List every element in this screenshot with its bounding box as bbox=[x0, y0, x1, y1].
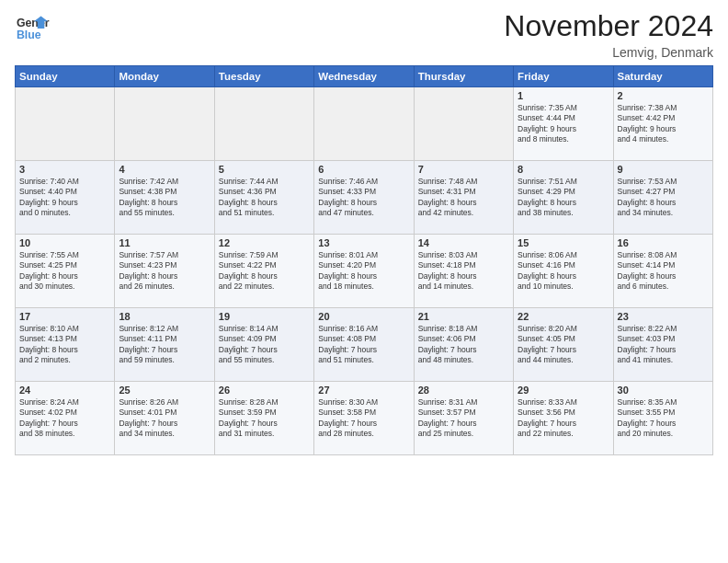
day-info: Sunrise: 8:35 AM Sunset: 3:55 PM Dayligh… bbox=[618, 397, 709, 440]
day-info: Sunrise: 8:03 AM Sunset: 4:18 PM Dayligh… bbox=[418, 250, 509, 293]
day-cell: 26Sunrise: 8:28 AM Sunset: 3:59 PM Dayli… bbox=[214, 382, 313, 455]
day-cell: 22Sunrise: 8:20 AM Sunset: 4:05 PM Dayli… bbox=[514, 308, 613, 382]
day-number: 17 bbox=[19, 311, 110, 322]
day-number: 3 bbox=[19, 164, 110, 175]
day-cell: 14Sunrise: 8:03 AM Sunset: 4:18 PM Dayli… bbox=[414, 235, 513, 308]
day-cell: 10Sunrise: 7:55 AM Sunset: 4:25 PM Dayli… bbox=[16, 235, 115, 308]
svg-text:General: General bbox=[17, 17, 50, 29]
day-info: Sunrise: 8:31 AM Sunset: 3:57 PM Dayligh… bbox=[418, 397, 509, 440]
day-number: 9 bbox=[618, 164, 709, 175]
calendar: SundayMondayTuesdayWednesdayThursdayFrid… bbox=[15, 65, 713, 455]
day-cell: 25Sunrise: 8:26 AM Sunset: 4:01 PM Dayli… bbox=[115, 382, 214, 455]
day-cell: 12Sunrise: 7:59 AM Sunset: 4:22 PM Dayli… bbox=[214, 235, 313, 308]
weekday-sunday: Sunday bbox=[16, 66, 115, 87]
day-number: 14 bbox=[418, 237, 509, 248]
day-cell bbox=[414, 87, 513, 161]
day-number: 23 bbox=[618, 311, 709, 322]
day-cell: 11Sunrise: 7:57 AM Sunset: 4:23 PM Dayli… bbox=[115, 235, 214, 308]
day-cell: 19Sunrise: 8:14 AM Sunset: 4:09 PM Dayli… bbox=[214, 308, 313, 382]
day-number: 5 bbox=[219, 164, 310, 175]
location: Lemvig, Denmark bbox=[504, 45, 713, 60]
day-cell: 16Sunrise: 8:08 AM Sunset: 4:14 PM Dayli… bbox=[613, 235, 712, 308]
day-info: Sunrise: 7:59 AM Sunset: 4:22 PM Dayligh… bbox=[219, 250, 310, 293]
day-info: Sunrise: 8:14 AM Sunset: 4:09 PM Dayligh… bbox=[219, 324, 310, 366]
day-cell: 7Sunrise: 7:48 AM Sunset: 4:31 PM Daylig… bbox=[414, 161, 513, 235]
day-info: Sunrise: 7:35 AM Sunset: 4:44 PM Dayligh… bbox=[518, 103, 609, 145]
day-cell: 28Sunrise: 8:31 AM Sunset: 3:57 PM Dayli… bbox=[414, 382, 513, 455]
day-info: Sunrise: 7:51 AM Sunset: 4:29 PM Dayligh… bbox=[518, 177, 609, 219]
day-info: Sunrise: 7:53 AM Sunset: 4:27 PM Dayligh… bbox=[618, 177, 709, 219]
weekday-thursday: Thursday bbox=[414, 66, 513, 87]
day-cell: 9Sunrise: 7:53 AM Sunset: 4:27 PM Daylig… bbox=[613, 161, 712, 235]
day-cell: 29Sunrise: 8:33 AM Sunset: 3:56 PM Dayli… bbox=[514, 382, 613, 455]
logo: General Blue bbox=[15, 9, 50, 44]
day-number: 27 bbox=[318, 385, 409, 396]
weekday-tuesday: Tuesday bbox=[214, 66, 313, 87]
day-number: 20 bbox=[318, 311, 409, 322]
day-number: 13 bbox=[318, 237, 409, 248]
day-cell: 17Sunrise: 8:10 AM Sunset: 4:13 PM Dayli… bbox=[16, 308, 115, 382]
day-info: Sunrise: 8:12 AM Sunset: 4:11 PM Dayligh… bbox=[119, 324, 210, 366]
day-number: 19 bbox=[219, 311, 310, 322]
day-number: 28 bbox=[418, 385, 509, 396]
week-row-0: 1Sunrise: 7:35 AM Sunset: 4:44 PM Daylig… bbox=[16, 87, 713, 161]
day-info: Sunrise: 8:30 AM Sunset: 3:58 PM Dayligh… bbox=[318, 397, 409, 440]
day-info: Sunrise: 8:06 AM Sunset: 4:16 PM Dayligh… bbox=[518, 250, 609, 293]
day-cell: 23Sunrise: 8:22 AM Sunset: 4:03 PM Dayli… bbox=[613, 308, 712, 382]
day-info: Sunrise: 8:08 AM Sunset: 4:14 PM Dayligh… bbox=[618, 250, 709, 293]
day-info: Sunrise: 7:48 AM Sunset: 4:31 PM Dayligh… bbox=[418, 177, 509, 219]
day-number: 25 bbox=[119, 385, 210, 396]
month-title: November 2024 bbox=[504, 9, 713, 43]
day-number: 2 bbox=[618, 90, 709, 101]
day-info: Sunrise: 8:18 AM Sunset: 4:06 PM Dayligh… bbox=[418, 324, 509, 366]
day-info: Sunrise: 7:57 AM Sunset: 4:23 PM Dayligh… bbox=[119, 250, 210, 293]
day-cell: 2Sunrise: 7:38 AM Sunset: 4:42 PM Daylig… bbox=[613, 87, 712, 161]
day-cell bbox=[214, 87, 313, 161]
week-row-2: 10Sunrise: 7:55 AM Sunset: 4:25 PM Dayli… bbox=[16, 235, 713, 308]
day-cell: 24Sunrise: 8:24 AM Sunset: 4:02 PM Dayli… bbox=[16, 382, 115, 455]
weekday-friday: Friday bbox=[514, 66, 613, 87]
day-number: 29 bbox=[518, 385, 609, 396]
logo-icon: General Blue bbox=[15, 9, 50, 44]
day-info: Sunrise: 8:33 AM Sunset: 3:56 PM Dayligh… bbox=[518, 397, 609, 440]
day-cell: 1Sunrise: 7:35 AM Sunset: 4:44 PM Daylig… bbox=[514, 87, 613, 161]
day-cell: 4Sunrise: 7:42 AM Sunset: 4:38 PM Daylig… bbox=[115, 161, 214, 235]
day-cell: 21Sunrise: 8:18 AM Sunset: 4:06 PM Dayli… bbox=[414, 308, 513, 382]
day-info: Sunrise: 7:38 AM Sunset: 4:42 PM Dayligh… bbox=[618, 103, 709, 145]
weekday-wednesday: Wednesday bbox=[314, 66, 414, 87]
day-info: Sunrise: 8:01 AM Sunset: 4:20 PM Dayligh… bbox=[318, 250, 409, 293]
day-number: 18 bbox=[119, 311, 210, 322]
day-number: 16 bbox=[618, 237, 709, 248]
day-cell: 20Sunrise: 8:16 AM Sunset: 4:08 PM Dayli… bbox=[314, 308, 414, 382]
weekday-saturday: Saturday bbox=[613, 66, 712, 87]
week-row-1: 3Sunrise: 7:40 AM Sunset: 4:40 PM Daylig… bbox=[16, 161, 713, 235]
day-number: 1 bbox=[518, 90, 609, 101]
day-number: 15 bbox=[518, 237, 609, 248]
week-row-3: 17Sunrise: 8:10 AM Sunset: 4:13 PM Dayli… bbox=[16, 308, 713, 382]
day-info: Sunrise: 7:44 AM Sunset: 4:36 PM Dayligh… bbox=[219, 177, 310, 219]
day-number: 6 bbox=[318, 164, 409, 175]
day-info: Sunrise: 8:20 AM Sunset: 4:05 PM Dayligh… bbox=[518, 324, 609, 366]
day-cell: 18Sunrise: 8:12 AM Sunset: 4:11 PM Dayli… bbox=[115, 308, 214, 382]
day-number: 8 bbox=[518, 164, 609, 175]
day-info: Sunrise: 7:40 AM Sunset: 4:40 PM Dayligh… bbox=[19, 177, 110, 219]
day-number: 11 bbox=[119, 237, 210, 248]
day-number: 30 bbox=[618, 385, 709, 396]
day-cell: 27Sunrise: 8:30 AM Sunset: 3:58 PM Dayli… bbox=[314, 382, 414, 455]
day-info: Sunrise: 7:46 AM Sunset: 4:33 PM Dayligh… bbox=[318, 177, 409, 219]
page: General Blue November 2024 Lemvig, Denma… bbox=[0, 0, 728, 563]
day-cell bbox=[314, 87, 414, 161]
day-info: Sunrise: 7:42 AM Sunset: 4:38 PM Dayligh… bbox=[119, 177, 210, 219]
day-info: Sunrise: 8:24 AM Sunset: 4:02 PM Dayligh… bbox=[19, 397, 110, 440]
day-cell bbox=[16, 87, 115, 161]
title-block: November 2024 Lemvig, Denmark bbox=[504, 9, 713, 60]
day-number: 12 bbox=[219, 237, 310, 248]
day-number: 22 bbox=[518, 311, 609, 322]
day-cell: 5Sunrise: 7:44 AM Sunset: 4:36 PM Daylig… bbox=[214, 161, 313, 235]
day-number: 10 bbox=[19, 237, 110, 248]
day-info: Sunrise: 8:26 AM Sunset: 4:01 PM Dayligh… bbox=[119, 397, 210, 440]
header: General Blue November 2024 Lemvig, Denma… bbox=[15, 9, 713, 60]
day-cell: 13Sunrise: 8:01 AM Sunset: 4:20 PM Dayli… bbox=[314, 235, 414, 308]
day-number: 4 bbox=[119, 164, 210, 175]
day-number: 26 bbox=[219, 385, 310, 396]
